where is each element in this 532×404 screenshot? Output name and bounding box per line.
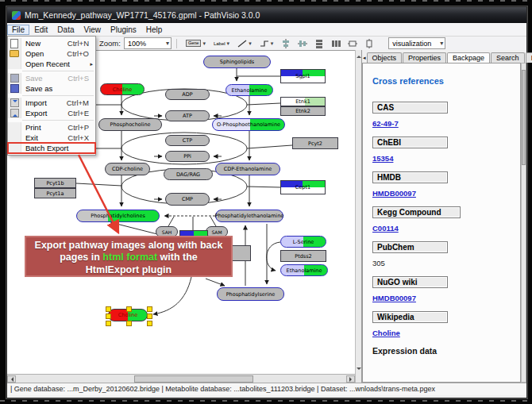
title-bar[interactable]: Mm_Kennedy_pathway_WP1771_45176.gpml - P…	[7, 7, 526, 23]
crossref-section: Kegg CompoundC00114	[372, 206, 520, 234]
pathway-node-pcyt1b[interactable]: Pcyt1b	[34, 178, 76, 188]
crossref-value-hmdb[interactable]: HMDB00097	[372, 189, 416, 198]
selection-handle[interactable]	[126, 321, 132, 326]
menu-view[interactable]: View	[79, 25, 106, 35]
zoom-combobox[interactable]: 100% ▾	[124, 37, 172, 49]
menu-separator	[22, 95, 94, 96]
save-as-icon	[10, 84, 19, 93]
sidebar-scrollbar[interactable]	[521, 63, 526, 383]
menu-data[interactable]: Data	[52, 25, 79, 35]
crossref-value-chebi[interactable]: 15354	[372, 154, 393, 163]
pathway-node-sgpl1[interactable]: Sgpl1	[280, 69, 326, 83]
pathway-node-ctp[interactable]: CTP	[165, 135, 210, 146]
selection-handle[interactable]	[147, 306, 152, 312]
scrollbar-thumb[interactable]	[522, 70, 526, 165]
pathway-node-pcyt1a[interactable]: Pcyt1a	[34, 188, 76, 198]
menu-help[interactable]: Help	[141, 25, 168, 35]
menu-item-open[interactable]: OpenCtrl+O	[8, 48, 95, 59]
crossref-sections: CAS62-49-7ChEBI15354HMDBHMDB00097Kegg Co…	[372, 102, 520, 339]
menu-plugins[interactable]: Plugins	[106, 25, 141, 35]
pathway-node-cmp[interactable]: CMP	[165, 193, 210, 206]
pathway-node-choline-selected[interactable]: Choline	[108, 309, 148, 321]
menu-item-exit[interactable]: ExitCtrl+X	[8, 133, 95, 143]
scroll-right-button[interactable]	[346, 375, 355, 383]
line-tool[interactable]: ▾	[235, 38, 254, 49]
pathway-node-ppi[interactable]: PPi	[165, 151, 210, 162]
pathway-node-dag-rag[interactable]: DAG/RAG	[164, 168, 213, 180]
pathvisio-window: Mm_Kennedy_pathway_WP1771_45176.gpml - P…	[6, 6, 527, 398]
common-width-button[interactable]	[346, 38, 358, 48]
pathway-node-pcyt2[interactable]: Pcyt2	[292, 137, 338, 149]
connector-tool[interactable]: ▾	[257, 38, 276, 49]
canvas-horizontal-scrollbar[interactable]	[7, 374, 355, 383]
menu-item-batch-export[interactable]: Batch Export	[8, 143, 95, 153]
pathway-node-choline-top[interactable]: Choline	[100, 83, 145, 95]
selection-handle[interactable]	[106, 314, 111, 319]
crossref-value-wikipedia[interactable]: Choline	[372, 329, 400, 337]
scroll-left-button[interactable]	[7, 375, 16, 383]
tab-search[interactable]: Search	[491, 52, 525, 63]
tab-backpage[interactable]: Backpage	[447, 52, 490, 63]
new-document-icon	[10, 39, 18, 48]
menu-item-save[interactable]: SaveCtrl+S	[8, 73, 95, 83]
crossref-section: CAS62-49-7	[372, 102, 520, 129]
pathway-node-cdp-ethanolamine[interactable]: CDP-Ethanolamine	[215, 163, 280, 175]
crossref-header-chebi: ChEBI	[372, 137, 448, 148]
connector-icon	[260, 40, 269, 48]
file-menu-dropdown: NewCtrl+NOpenCtrl+OOpen Recent▸SaveCtrl+…	[7, 36, 96, 156]
pathway-node-o-phosphoethanolamine[interactable]: O-Phosphoethanolamine	[212, 118, 285, 131]
tab-objects[interactable]: Objects	[367, 52, 403, 63]
export-icon	[10, 109, 19, 117]
tab-properties[interactable]: Properties	[403, 52, 446, 63]
menu-item-export[interactable]: ExportCtrl+E	[8, 108, 95, 118]
menu-item-import[interactable]: ImportCtrl+M	[8, 98, 95, 108]
line-icon	[237, 40, 247, 48]
stack-horizontal-button[interactable]	[330, 38, 341, 48]
selection-handle[interactable]	[106, 321, 111, 326]
pathway-node-atp[interactable]: ATP	[165, 110, 210, 121]
crossref-section: ChEBI15354	[372, 137, 520, 164]
stack-vertical-button[interactable]	[313, 38, 325, 48]
crossref-value-nugo-wiki[interactable]: HMDB00097	[372, 294, 416, 302]
crossref-value-cas[interactable]: 62-49-7	[372, 119, 399, 128]
selection-handle[interactable]	[147, 321, 152, 326]
pathway-node-ethanolamine-top[interactable]: Ethanolamine	[226, 84, 273, 96]
common-height-button[interactable]	[363, 38, 375, 48]
chevron-down-icon: ▾	[227, 40, 230, 47]
pathway-node-adp[interactable]: ADP	[165, 89, 210, 100]
crossref-value-kegg-compound[interactable]: C00114	[372, 224, 399, 233]
crossref-header-wikipedia: Wikipedia	[372, 311, 448, 323]
align-center-horizontal-button[interactable]	[296, 38, 308, 48]
pathway-node-cdp-choline[interactable]: CDP-choline	[105, 163, 150, 175]
pathway-node-cept1[interactable]: Cept1	[280, 180, 326, 194]
label-tool[interactable]: Label ▾	[211, 39, 232, 48]
tab-legend[interactable]: Legend	[526, 52, 532, 63]
pathway-node-phosphatidylethanolamine[interactable]: Phosphatidylethanolamine	[215, 210, 283, 222]
canvas-vertical-scrollbar[interactable]	[355, 50, 362, 383]
pathway-node-ptdss2[interactable]: Ptdss2	[280, 250, 326, 262]
pathway-node-phosphocholine[interactable]: Phosphocholine	[98, 118, 162, 131]
gene-node-icon: Gene	[186, 40, 201, 47]
menu-file[interactable]: File	[7, 25, 29, 35]
pathway-node-etnk1[interactable]: Etnk1	[280, 97, 326, 106]
align-center-vertical-button[interactable]	[279, 38, 291, 48]
visualization-combobox[interactable]: visualization ▾	[388, 37, 445, 49]
scrollbar-thumb[interactable]	[134, 375, 253, 383]
menu-edit[interactable]: Edit	[29, 25, 52, 35]
pathway-node-phosphatidylserine[interactable]: Phosphatidylserine	[217, 287, 284, 301]
selection-handle[interactable]	[106, 306, 111, 312]
selection-handle[interactable]	[147, 314, 152, 319]
zoom-value: 100%	[128, 40, 146, 48]
selection-handle[interactable]	[126, 306, 132, 312]
menu-item-print[interactable]: PrintCtrl+P	[8, 122, 95, 133]
menu-item-open-recent[interactable]: Open Recent▸	[8, 59, 95, 69]
pathway-node-ethanolamine-low[interactable]: Ethanolamine	[280, 264, 328, 276]
menu-item-new[interactable]: NewCtrl+N	[8, 38, 95, 48]
gene-datanode-tool[interactable]: Gene ▾	[183, 38, 208, 48]
pathway-node-l-serine[interactable]: L-Serine	[280, 236, 326, 248]
pathway-node-etnk2[interactable]: Etnk2	[280, 106, 326, 116]
pathway-node-phosphatidylcholines[interactable]: Phosphatidylcholines	[76, 210, 160, 222]
menu-item-save-as[interactable]: Save as	[8, 83, 95, 94]
sidebar-collapse-arrow-icon[interactable]: ◂	[363, 55, 366, 61]
pathway-node-sphingolipids[interactable]: Sphingolipids	[203, 56, 271, 68]
